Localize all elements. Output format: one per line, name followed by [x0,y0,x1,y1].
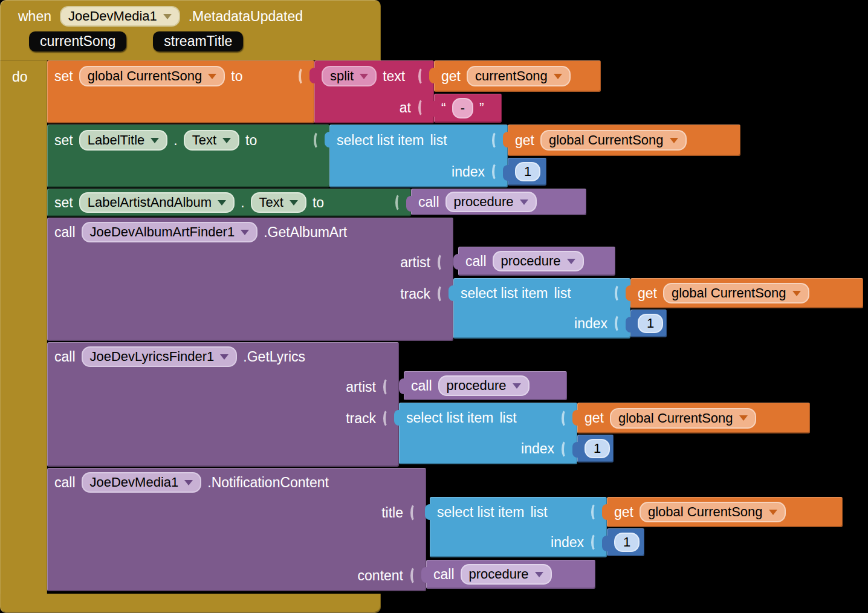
dropdown-arrow-icon [535,572,543,577]
property-dropdown[interactable]: Text [251,192,306,213]
dropdown-arrow-icon [184,480,193,485]
do-label: do [0,60,47,85]
procedure-dropdown[interactable]: procedure [438,375,530,396]
variable-dropdown[interactable]: global CurrentSong [540,130,687,151]
socket [418,67,427,85]
get-keyword: get [614,504,633,521]
call-procedure-block[interactable]: call procedure [404,371,567,400]
component-dropdown[interactable]: JoeDevLyricsFinder1 [82,346,238,367]
number-value-field[interactable]: 1 [515,162,540,181]
select-list-item-block[interactable]: select list item list index [399,403,577,464]
variable-dropdown[interactable]: global CurrentSong [640,502,786,522]
property-dropdown[interactable]: Text [184,130,239,151]
event-block-header[interactable]: when JoeDevMedia1 .MetadataUpdated curre… [0,0,381,60]
variable-dropdown[interactable]: global CurrentSong [610,408,756,429]
number-value: 1 [623,534,630,550]
dropdown-arrow-icon [792,291,801,296]
to-keyword: to [313,195,324,211]
blocks-workspace[interactable]: when JoeDevMedia1 .MetadataUpdated curre… [0,0,868,613]
set-keyword: set [54,132,73,149]
call-keyword: call [54,475,76,491]
set-property-block[interactable]: set LabelTitle . Text to [47,125,329,187]
get-currentsong-block[interactable]: get currentSong [434,60,601,92]
get-keyword: get [515,132,534,149]
split-block[interactable]: split text at [314,60,434,123]
index-input-label: index [521,441,554,457]
component-dropdown[interactable]: LabelArtistAndAlbum [79,192,235,213]
procedure-dropdown[interactable]: procedure [461,564,552,585]
component-dropdown[interactable]: JoeDevMedia1 [82,472,202,493]
procedure-dropdown[interactable]: procedure [445,192,537,212]
call-procedure-block[interactable]: call procedure [411,189,586,215]
number-value-field[interactable]: 1 [585,439,610,458]
number-value-field[interactable]: 1 [614,533,640,552]
statement-call-getlyrics: call JoeDevLyricsFinder1 .GetLyrics arti… [47,342,863,467]
dropdown-arrow-icon [222,138,231,143]
select-list-item-block[interactable]: select list item list index [453,278,630,339]
split-op: split [330,68,354,84]
get-global-currentsong-block[interactable]: get global CurrentSong [630,278,863,308]
event-param-streamtitle[interactable]: streamTitle [153,31,243,51]
call-keyword: call [418,194,439,210]
select-list-item-label: select list item [406,410,493,426]
component-dropdown[interactable]: LabelTitle [79,130,168,151]
get-global-currentsong-block[interactable]: get global CurrentSong [577,403,810,433]
socket [395,193,404,212]
component-dropdown[interactable]: JoeDevAlbumArtFinder1 [82,222,258,242]
content-input-label: content [358,568,403,584]
socket [383,409,392,427]
text-input-label: text [383,68,405,85]
index-input-label: index [574,316,607,332]
event-param-currentsong[interactable]: currentSong [29,31,126,51]
set-property-block[interactable]: set LabelArtistAndAlbum . Text to [47,189,411,216]
statement-call-getalbumart: call JoeDevAlbumArtFinder1 .GetAlbumArt … [47,218,863,341]
socket [562,409,570,427]
dropdown-arrow-icon [513,383,521,389]
dropdown-arrow-icon [218,200,226,206]
event-block-bottom [0,594,381,613]
procedure-dropdown[interactable]: procedure [493,251,584,271]
method-call-block[interactable]: call JoeDevLyricsFinder1 .GetLyrics arti… [47,342,399,467]
method-call-block[interactable]: call JoeDevAlbumArtFinder1 .GetAlbumArt … [47,218,453,341]
select-list-item-block[interactable]: select list item list index [430,497,607,557]
socket [383,378,392,396]
event-component-dropdown[interactable]: JoeDevMedia1 [60,6,180,27]
number-block[interactable]: 1 [630,310,667,337]
get-keyword: get [638,285,657,302]
select-list-item-label: select list item [337,132,424,149]
statement-call-notificationcontent: call JoeDevMedia1 .NotificationContent t… [47,468,863,591]
get-global-currentsong-block[interactable]: get global CurrentSong [508,125,740,156]
call-keyword: call [54,349,76,365]
split-op-dropdown[interactable]: split [322,66,377,86]
number-block[interactable]: 1 [508,158,546,186]
get-global-currentsong-block[interactable]: get global CurrentSong [607,497,843,527]
procedure-name: procedure [501,253,561,269]
set-keyword: set [54,195,73,211]
string-value-field[interactable]: - [452,98,473,118]
set-variable-block[interactable]: set global CurrentSong to [47,60,314,123]
number-block[interactable]: 1 [607,528,644,556]
statement-set-global-currentsong: set global CurrentSong to split [47,60,863,123]
variable-name: global CurrentSong [618,410,733,426]
number-value-field[interactable]: 1 [638,314,663,333]
socket [591,503,600,521]
text-string-block[interactable]: “ - ” [434,94,502,123]
variable-dropdown[interactable]: currentSong [467,66,571,86]
select-list-item-block[interactable]: select list item list index [329,125,508,187]
call-procedure-block[interactable]: call procedure [458,247,615,276]
number-block[interactable]: 1 [577,435,614,462]
dropdown-arrow-icon [739,415,748,421]
method-call-block[interactable]: call JoeDevMedia1 .NotificationContent t… [47,468,426,591]
variable-dropdown[interactable]: global CurrentSong [79,66,225,86]
get-keyword: get [441,68,461,85]
component-name: JoeDevMedia1 [90,475,179,490]
dropdown-arrow-icon [670,138,678,143]
socket [562,440,570,458]
dropdown-arrow-icon [769,510,777,515]
call-procedure-block[interactable]: call procedure [426,560,595,589]
variable-dropdown[interactable]: global CurrentSong [663,283,809,303]
select-list-item-label: select list item [461,285,548,302]
socket [492,131,500,149]
event-block-do-column: do [0,60,47,594]
socket [410,504,419,522]
